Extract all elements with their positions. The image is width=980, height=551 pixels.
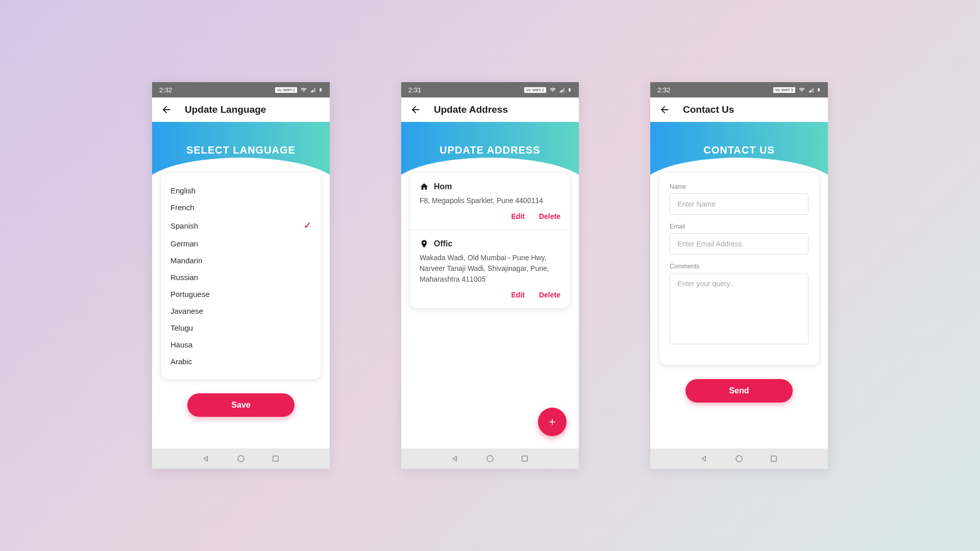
edit-button[interactable]: Edit (511, 212, 525, 220)
address-actions: Edit Delete (420, 291, 560, 299)
email-label: Email (670, 223, 808, 230)
status-right: Vo WIFI 2 (524, 86, 572, 93)
address-header: Offic (420, 239, 560, 248)
signal-icon (807, 87, 815, 93)
language-item-german[interactable]: German (170, 235, 311, 252)
address-text: Wakada Wadi, Old Mumbai - Pune Hwy, Narv… (420, 253, 560, 285)
content: CONTACT US Name Email Comments Send (650, 122, 828, 448)
back-button[interactable] (409, 104, 422, 116)
add-address-fab[interactable] (538, 408, 567, 436)
nav-bar (650, 448, 828, 469)
address-item-office: Offic Wakada Wadi, Old Mumbai - Pune Hwy… (410, 230, 570, 308)
status-right: Vo WIFI 2 (773, 86, 821, 93)
language-label: French (170, 203, 194, 212)
header-title: SELECT LANGUAGE (186, 144, 296, 156)
name-label: Name (670, 183, 808, 190)
address-text: F8, Megapolis Sparklet, Pune 4400114 (420, 195, 560, 206)
back-button[interactable] (658, 104, 671, 116)
header-title: UPDATE ADDRESS (439, 144, 540, 156)
comments-input[interactable] (670, 273, 808, 344)
location-icon (420, 239, 429, 248)
status-icons (798, 86, 821, 93)
svg-rect-5 (771, 456, 777, 462)
language-item-telugu[interactable]: Telugu (170, 319, 311, 336)
page-title: Update Address (434, 104, 508, 115)
status-time: 2:32 (657, 86, 670, 94)
save-button[interactable]: Save (187, 393, 295, 417)
phone-screen-address: 2:31 Vo WIFI 2 Update Address UPDATE ADD… (401, 82, 579, 469)
language-label: English (170, 186, 195, 195)
nav-recent-icon[interactable] (271, 454, 280, 463)
language-label: Portuguese (170, 290, 210, 298)
address-header: Hom (420, 182, 560, 191)
phone-screen-contact: 2:32 Vo WIFI 2 Contact Us CONTACT US Nam… (650, 82, 828, 469)
arrow-left-icon (659, 104, 670, 115)
signal-icon (558, 87, 566, 93)
language-label: Arabic (170, 357, 192, 366)
svg-point-4 (736, 456, 742, 462)
contact-form-card: Name Email Comments (659, 173, 819, 365)
language-item-english[interactable]: English (170, 182, 311, 199)
plus-icon (547, 417, 557, 427)
wifi-icon (549, 87, 556, 93)
battery-icon (817, 86, 821, 93)
svg-point-0 (238, 456, 244, 462)
nav-bar (152, 448, 330, 469)
status-time: 2:31 (408, 86, 421, 94)
language-item-javanese[interactable]: Javanese (170, 303, 311, 319)
address-actions: Edit Delete (420, 212, 560, 220)
signal-icon (309, 87, 316, 93)
language-label: Mandarin (170, 256, 203, 265)
status-right: Vo WIFI 2 (275, 86, 323, 93)
delete-button[interactable]: Delete (539, 212, 560, 220)
nav-home-icon[interactable] (734, 454, 744, 463)
nav-recent-icon[interactable] (520, 454, 529, 463)
phone-screen-language: 2:32 Vo WIFI 2 Update Language SELECT LA… (152, 82, 330, 469)
content: UPDATE ADDRESS Hom F8, Megapolis Sparkle… (401, 122, 579, 448)
email-input[interactable] (670, 233, 808, 255)
status-icons (300, 86, 323, 93)
name-input[interactable] (670, 193, 808, 215)
language-item-portuguese[interactable]: Portuguese (170, 286, 311, 303)
check-icon: ✓ (304, 220, 311, 231)
address-label: Offic (434, 239, 452, 248)
svg-rect-1 (273, 456, 279, 462)
nav-back-icon[interactable] (700, 454, 709, 463)
back-button[interactable] (160, 104, 173, 116)
language-label: German (170, 239, 198, 248)
arrow-left-icon (161, 104, 172, 115)
app-bar: Update Address (401, 97, 579, 122)
wifi-icon (300, 87, 307, 93)
nav-back-icon[interactable] (451, 454, 460, 463)
delete-button[interactable]: Delete (539, 291, 560, 299)
svg-rect-3 (522, 456, 528, 462)
nav-recent-icon[interactable] (769, 454, 778, 463)
status-time: 2:32 (159, 86, 172, 94)
language-item-arabic[interactable]: Arabic (170, 353, 311, 370)
header-title: CONTACT US (703, 144, 775, 156)
battery-icon (568, 86, 572, 93)
nav-back-icon[interactable] (202, 454, 211, 463)
language-item-spanish[interactable]: Spanish✓ (170, 216, 311, 235)
language-label: Javanese (170, 307, 203, 315)
language-label: Telugu (170, 323, 193, 332)
arrow-left-icon (410, 104, 421, 115)
nav-home-icon[interactable] (485, 454, 495, 463)
wifi-label: Vo WIFI 2 (773, 87, 795, 93)
page-title: Update Language (185, 104, 266, 115)
language-item-hausa[interactable]: Hausa (170, 336, 311, 353)
language-label: Hausa (170, 340, 192, 349)
edit-button[interactable]: Edit (511, 291, 525, 299)
language-item-french[interactable]: French (170, 199, 311, 216)
home-icon (420, 182, 429, 191)
language-card: English French Spanish✓ German Mandarin … (161, 173, 321, 379)
address-label: Hom (434, 182, 452, 191)
nav-home-icon[interactable] (236, 454, 246, 463)
battery-icon (318, 86, 323, 93)
send-button[interactable]: Send (685, 379, 793, 403)
svg-point-2 (487, 456, 493, 462)
nav-bar (401, 448, 579, 469)
language-item-mandarin[interactable]: Mandarin (170, 252, 311, 269)
language-item-russian[interactable]: Russian (170, 269, 311, 286)
wifi-icon (798, 87, 805, 93)
